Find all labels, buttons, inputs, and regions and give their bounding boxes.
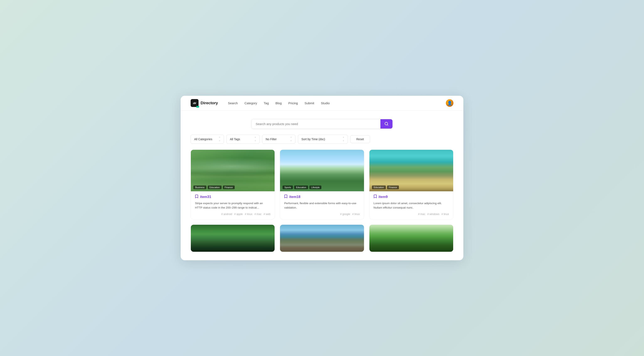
header-right: [446, 99, 454, 107]
card-hashtags-item31: androidapplelinuxmacweb: [195, 213, 270, 216]
nav-item-pricing[interactable]: Pricing: [288, 101, 298, 105]
tags-filter-chevron: [254, 137, 256, 141]
hashtag-linux[interactable]: linux: [352, 213, 360, 216]
overlay-tag-education[interactable]: Education: [208, 185, 222, 189]
hashtag-web[interactable]: web: [264, 213, 270, 216]
product-card-item9[interactable]: EducationFinanceitem9Lorem ipsum dolor s…: [369, 150, 454, 220]
nofilter-filter-chevron: [290, 137, 292, 141]
card-title-text-item18: item18: [289, 195, 300, 199]
nav-item-category[interactable]: Category: [244, 101, 257, 105]
card-title-row-item9: item9: [374, 195, 449, 199]
overlay-tag-education[interactable]: Education: [372, 185, 386, 189]
product-card-item-partial-2[interactable]: [280, 225, 364, 252]
product-card-item-partial-3[interactable]: [369, 225, 454, 252]
hashtag-mac[interactable]: mac: [254, 213, 262, 216]
card-bookmark-icon-item18: [284, 195, 288, 199]
search-icon: [384, 122, 388, 126]
search-section: [181, 111, 463, 135]
reset-button[interactable]: Reset: [350, 135, 370, 143]
card-title-row-item18: item18: [284, 195, 360, 199]
product-card-item18[interactable]: SportsEducationLifestyleitem18Performant…: [280, 150, 364, 220]
hashtag-google[interactable]: google: [340, 213, 350, 216]
nav-item-tag[interactable]: Tag: [264, 101, 269, 105]
overlay-tag-lifestyle[interactable]: Lifestyle: [309, 185, 322, 189]
main-nav: SearchCategoryTagBlogPricingSubmitStudio: [228, 101, 446, 105]
overlay-tag-finance[interactable]: Finance: [387, 185, 399, 189]
nav-item-submit[interactable]: Submit: [304, 101, 314, 105]
product-card-item-partial-1[interactable]: [190, 225, 275, 252]
card-overlay-tags-item18: SportsEducationLifestyle: [282, 185, 322, 189]
card-description-item31: Stripe expects your server to promptly r…: [195, 201, 270, 210]
card-hashtags-item9: macwindowslinux: [374, 213, 449, 216]
logo-link[interactable]: dir Directory: [190, 99, 218, 107]
svg-line-1: [387, 125, 388, 125]
hashtag-android[interactable]: android: [222, 213, 232, 216]
hashtag-windows[interactable]: windows: [427, 213, 439, 216]
user-avatar[interactable]: [446, 99, 454, 107]
hashtag-apple[interactable]: apple: [234, 213, 243, 216]
app-container: dir Directory SearchCategoryTagBlogPrici…: [181, 96, 463, 261]
category-filter-label: All Categories: [194, 137, 212, 141]
card-body-item31: item31Stripe expects your server to prom…: [191, 191, 274, 220]
card-title-text-item31: item31: [200, 195, 211, 199]
overlay-tag-finance[interactable]: Finance: [223, 185, 235, 189]
card-bookmark-icon-item9: [374, 195, 377, 199]
sort-filter-label: Sort by Time (dsc): [302, 137, 325, 141]
card-image-item18: SportsEducationLifestyle: [280, 150, 364, 191]
card-description-item9: Lorem ipsum dolor sit amet, consectetur …: [374, 201, 449, 210]
card-title-row-item31: item31: [195, 195, 270, 199]
card-image-item-partial-1: [191, 225, 274, 252]
card-image-item9: EducationFinance: [370, 150, 453, 191]
hashtag-linux[interactable]: linux: [245, 213, 252, 216]
filters-section: All Categories All Tags No Filter Sort b…: [181, 135, 463, 150]
card-title-text-item9: item9: [378, 195, 388, 199]
tags-filter[interactable]: All Tags: [226, 135, 260, 144]
card-overlay-tags-item9: EducationFinance: [372, 185, 399, 189]
nofilter-filter-label: No Filter: [266, 137, 277, 141]
nofilter-filter[interactable]: No Filter: [262, 135, 296, 144]
overlay-tag-business[interactable]: Business: [193, 185, 206, 189]
card-image-item-partial-3: [370, 225, 453, 252]
products-grid: BusinessEducationFinanceitem31Stripe exp…: [181, 150, 463, 261]
nav-item-search[interactable]: Search: [228, 101, 238, 105]
hashtag-mac[interactable]: mac: [418, 213, 425, 216]
app-title: Directory: [200, 101, 218, 105]
card-body-item18: item18Performant, flexible and extensibl…: [280, 191, 364, 220]
search-button[interactable]: [380, 119, 392, 129]
card-image-item31: BusinessEducationFinance: [191, 150, 274, 191]
search-bar: [251, 119, 393, 129]
header: dir Directory SearchCategoryTagBlogPrici…: [181, 96, 463, 111]
card-image-item-partial-2: [280, 225, 364, 252]
sort-filter[interactable]: Sort by Time (dsc): [298, 135, 348, 144]
product-card-item31[interactable]: BusinessEducationFinanceitem31Stripe exp…: [190, 150, 275, 220]
search-input[interactable]: [252, 119, 380, 129]
hashtag-linux[interactable]: linux: [442, 213, 449, 216]
category-filter-chevron: [219, 137, 220, 141]
logo-icon: dir: [190, 99, 198, 107]
card-bookmark-icon-item31: [195, 195, 198, 199]
overlay-tag-education[interactable]: Education: [294, 185, 308, 189]
avatar-image: [446, 99, 454, 107]
card-overlay-tags-item31: BusinessEducationFinance: [193, 185, 235, 189]
tags-filter-label: All Tags: [230, 137, 240, 141]
card-body-item9: item9Lorem ipsum dolor sit amet, consect…: [370, 191, 453, 220]
card-description-item18: Performant, flexible and extensible form…: [284, 201, 360, 210]
category-filter[interactable]: All Categories: [190, 135, 224, 144]
sort-filter-chevron: [342, 137, 344, 141]
overlay-tag-sports[interactable]: Sports: [282, 185, 293, 189]
logo-icon-text: dir: [193, 102, 196, 105]
card-hashtags-item18: googlelinux: [284, 213, 360, 216]
nav-item-studio[interactable]: Studio: [321, 101, 330, 105]
nav-item-blog[interactable]: Blog: [276, 101, 282, 105]
